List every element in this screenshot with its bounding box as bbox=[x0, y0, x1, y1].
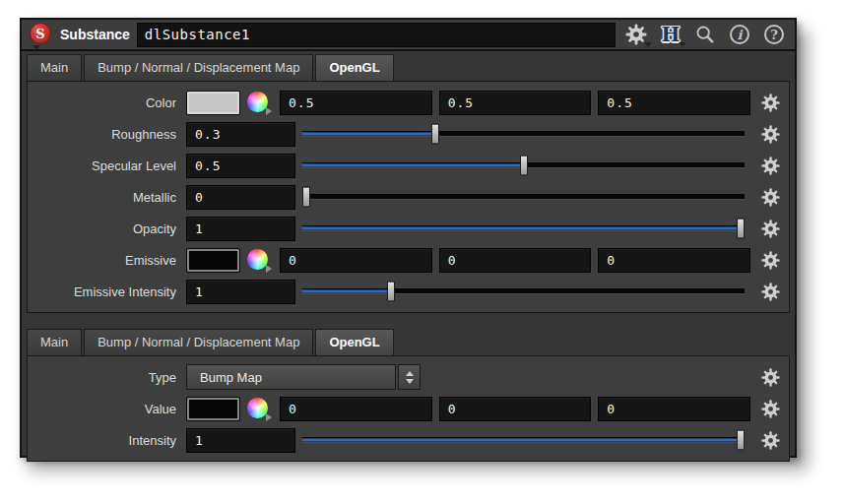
emissive-color-picker-button[interactable] bbox=[247, 249, 269, 271]
tab-main[interactable]: Main bbox=[27, 54, 82, 81]
info-button[interactable]: i bbox=[726, 21, 753, 48]
param-row-color: Color 0.5 0.5 0.5 bbox=[33, 90, 784, 115]
param-row-metallic: Metallic 0 bbox=[33, 184, 784, 210]
param-row-emissive: Emissive 0 0 0 bbox=[33, 247, 784, 273]
gear-menu-icon[interactable] bbox=[760, 430, 781, 451]
gear-menu-icon[interactable] bbox=[760, 399, 781, 419]
slider-track[interactable] bbox=[302, 225, 745, 231]
emissive-intensity-slider[interactable] bbox=[302, 279, 745, 304]
value-r-field[interactable]: 0 bbox=[280, 397, 432, 421]
houdini-menu-caret-icon bbox=[679, 42, 686, 47]
slider-track[interactable] bbox=[302, 194, 745, 200]
type-dropdown[interactable]: Bump Map bbox=[186, 364, 421, 390]
color-wheel-icon bbox=[247, 398, 268, 418]
substance-logo-icon: S bbox=[30, 23, 51, 44]
slider-track[interactable] bbox=[302, 437, 745, 443]
color-wheel-icon bbox=[247, 92, 268, 112]
help-icon: ? bbox=[764, 25, 784, 44]
gear-menu-icon[interactable] bbox=[760, 156, 781, 176]
color-wheel-icon bbox=[247, 249, 268, 270]
node-type-label: Substance bbox=[60, 27, 130, 42]
gear-menu-icon[interactable] bbox=[760, 367, 781, 388]
slider-handle[interactable] bbox=[737, 219, 745, 239]
slider-handle[interactable] bbox=[387, 282, 395, 302]
color-b-field[interactable]: 0.5 bbox=[598, 91, 750, 115]
roughness-field[interactable]: 0.3 bbox=[186, 122, 295, 147]
opengl-parameters-box: Color 0.5 0.5 0.5 Roughness 0.3 Specular… bbox=[27, 81, 790, 313]
tab-bump-normal-displacement-2[interactable]: Bump / Normal / Displacement Map bbox=[84, 329, 313, 355]
info-icon: i bbox=[730, 25, 749, 44]
emissive-swatch[interactable] bbox=[186, 248, 240, 273]
slider-handle[interactable] bbox=[520, 156, 528, 176]
gear-menu-icon[interactable] bbox=[760, 187, 781, 208]
slider-track[interactable] bbox=[302, 131, 745, 137]
emissive-intensity-field[interactable]: 1 bbox=[186, 280, 295, 304]
slider-handle[interactable] bbox=[431, 124, 439, 145]
param-label: Emissive Intensity bbox=[33, 284, 179, 299]
gear-menu-icon[interactable] bbox=[760, 219, 781, 239]
param-row-specular-level: Specular Level 0.5 bbox=[33, 153, 784, 178]
param-label: Specular Level bbox=[33, 158, 179, 173]
param-label: Type bbox=[33, 370, 179, 385]
spinner-up-icon bbox=[406, 371, 414, 376]
value-g-field[interactable]: 0 bbox=[439, 397, 592, 421]
type-dropdown-value[interactable]: Bump Map bbox=[186, 364, 396, 390]
tab-row-main: Main Bump / Normal / Displacement Map Op… bbox=[22, 51, 795, 81]
bump-parameters-box: Type Bump Map Value 0 0 0 bbox=[27, 355, 790, 462]
houdini-logo-icon: H bbox=[662, 25, 681, 44]
color-r-field[interactable]: 0.5 bbox=[280, 91, 432, 115]
metallic-slider[interactable] bbox=[302, 184, 745, 210]
help-button[interactable]: ? bbox=[760, 21, 788, 48]
color-g-field[interactable]: 0.5 bbox=[439, 91, 592, 115]
param-row-value: Value 0 0 0 bbox=[33, 396, 784, 421]
slider-fill bbox=[302, 226, 745, 230]
param-label: Color bbox=[33, 95, 179, 110]
opacity-field[interactable]: 1 bbox=[186, 217, 295, 241]
specular-level-slider[interactable] bbox=[302, 153, 745, 178]
spinner-down-icon bbox=[406, 379, 414, 384]
intensity-slider[interactable] bbox=[302, 427, 745, 453]
gear-menu-icon[interactable] bbox=[760, 282, 781, 302]
roughness-slider[interactable] bbox=[302, 121, 745, 147]
substance-node-icon[interactable]: S bbox=[30, 23, 53, 46]
type-dropdown-spinner[interactable] bbox=[398, 364, 421, 390]
gear-menu-icon[interactable] bbox=[760, 250, 781, 271]
houdini-asset-button[interactable]: H bbox=[657, 21, 684, 48]
tab-bump-normal-displacement[interactable]: Bump / Normal / Displacement Map bbox=[84, 54, 313, 81]
slider-handle[interactable] bbox=[737, 430, 745, 451]
emissive-g-field[interactable]: 0 bbox=[439, 248, 592, 273]
param-row-intensity: Intensity 1 bbox=[33, 427, 784, 453]
node-name-input[interactable]: dlSubstance1 bbox=[137, 23, 616, 47]
gear-menu-icon[interactable] bbox=[760, 93, 781, 113]
tab-opengl[interactable]: OpenGL bbox=[315, 54, 393, 81]
pane-gear-menu-button[interactable] bbox=[622, 21, 650, 48]
intensity-field[interactable]: 1 bbox=[186, 428, 295, 453]
value-swatch[interactable] bbox=[186, 397, 240, 421]
tab-opengl-2[interactable]: OpenGL bbox=[315, 329, 393, 355]
color-picker-button[interactable] bbox=[247, 92, 269, 113]
tab-row-bump: Main Bump / Normal / Displacement Map Op… bbox=[22, 326, 795, 355]
gear-menu-caret-icon bbox=[644, 42, 652, 47]
slider-fill bbox=[302, 289, 391, 293]
emissive-r-field[interactable]: 0 bbox=[280, 248, 432, 273]
param-row-emissive-intensity: Emissive Intensity 1 bbox=[33, 279, 784, 304]
color-wheel-caret-icon bbox=[266, 265, 272, 273]
param-label: Metallic bbox=[33, 190, 179, 205]
color-swatch[interactable] bbox=[186, 91, 240, 115]
gear-menu-icon[interactable] bbox=[760, 124, 781, 145]
param-label: Opacity bbox=[33, 221, 179, 236]
slider-handle[interactable] bbox=[302, 187, 310, 208]
slider-track[interactable] bbox=[302, 288, 745, 294]
value-b-field[interactable]: 0 bbox=[598, 397, 750, 421]
tab-main-2[interactable]: Main bbox=[27, 329, 82, 355]
param-row-roughness: Roughness 0.3 bbox=[33, 121, 784, 147]
metallic-field[interactable]: 0 bbox=[186, 185, 295, 210]
value-color-picker-button[interactable] bbox=[247, 398, 269, 419]
slider-fill bbox=[302, 438, 745, 442]
node-menu-caret-icon bbox=[32, 45, 40, 50]
color-wheel-caret-icon bbox=[266, 107, 272, 115]
specular-level-field[interactable]: 0.5 bbox=[186, 154, 295, 178]
search-button[interactable] bbox=[691, 21, 719, 48]
opacity-slider[interactable] bbox=[302, 216, 745, 241]
emissive-b-field[interactable]: 0 bbox=[598, 248, 750, 273]
